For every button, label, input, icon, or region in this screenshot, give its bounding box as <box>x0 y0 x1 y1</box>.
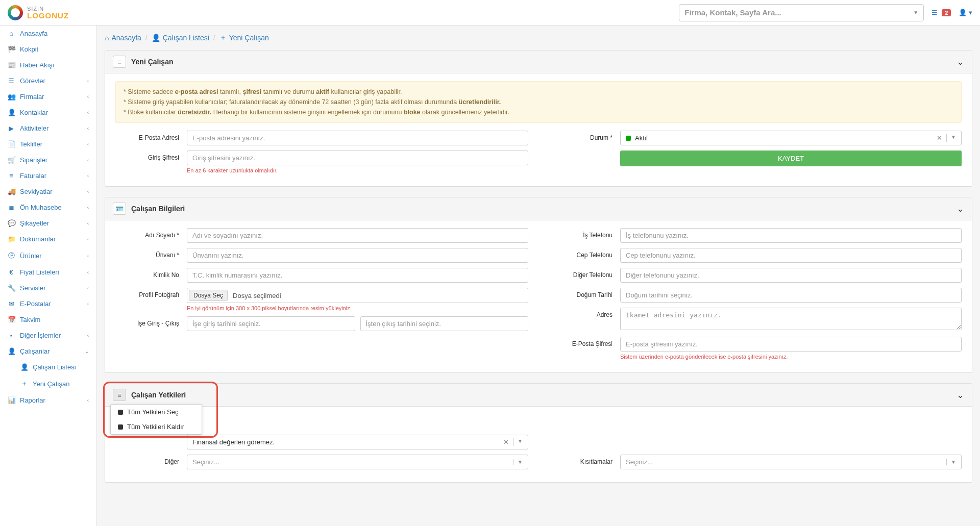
breadcrumb-sep: / <box>145 34 148 42</box>
addr-input[interactable] <box>620 308 962 330</box>
collapse-icon[interactable]: ⌄ <box>957 389 964 400</box>
sidebar-item-13[interactable]: 📁Dokümanlar‹ <box>0 231 96 247</box>
id-input[interactable] <box>187 268 528 283</box>
notification-badge[interactable]: 2 <box>942 9 951 16</box>
sidebar-item-16[interactable]: 🔧Servisler‹ <box>0 280 96 296</box>
sidebar-label: E-Postalar <box>20 300 51 308</box>
select-all-perms[interactable]: Tüm Yetkileri Seç <box>111 405 202 419</box>
sidebar-item-18[interactable]: 📅Takvim <box>0 312 96 328</box>
collapse-icon[interactable]: ⌄ <box>957 56 964 67</box>
sidebar-item-6[interactable]: ▶Aktiviteler‹ <box>0 120 96 136</box>
sidebar-icon: 👤 <box>8 109 15 116</box>
square-icon <box>118 410 123 415</box>
sidebar-item-19[interactable]: ▪Diğer İşlemler‹ <box>0 328 96 343</box>
sidebar-label: Aktiviteler <box>20 124 48 132</box>
sidebar-item-22[interactable]: ＋Yeni Çalışan <box>0 375 96 392</box>
panel-menu-button[interactable]: ≡ <box>113 56 126 68</box>
sidebar-item-17[interactable]: ✉E-Postalar‹ <box>0 296 96 312</box>
sidebar-icon: 📁 <box>8 235 15 243</box>
other-select[interactable]: Seçiniz... ▼ <box>187 455 528 469</box>
sidebar-label: Diğer İşlemler <box>20 332 61 339</box>
file-choose-button[interactable]: Dosya Seç <box>189 290 228 301</box>
search-caret-icon: ▼ <box>913 10 918 15</box>
sidebar-icon: 📅 <box>8 316 15 323</box>
name-input[interactable] <box>187 228 528 243</box>
sidebar-icon: ▶ <box>8 124 15 132</box>
panel-menu-button[interactable]: 🪪 <box>113 203 126 215</box>
sidebar-label: Haber Akışı <box>20 61 54 69</box>
sidebar-label: Çalışanlar <box>20 347 50 355</box>
sidebar-item-21[interactable]: 👤Çalışan Listesi <box>0 359 96 375</box>
password-input[interactable] <box>187 151 528 165</box>
remove-all-perms[interactable]: Tüm Yetkileri Kaldır <box>111 419 202 434</box>
chevron-icon: ‹ <box>87 110 89 115</box>
sidebar-item-20[interactable]: 👤Çalışanlar⌄ <box>0 343 96 359</box>
panel-title: Yeni Çalışan <box>131 58 173 66</box>
sidebar-item-8[interactable]: 🛒Siparişler‹ <box>0 152 96 168</box>
plus-icon: ＋ <box>219 33 227 42</box>
epass-input[interactable] <box>620 337 962 352</box>
status-dot-icon <box>626 136 631 141</box>
sidebar-label: Sevkiyatlar <box>20 188 53 195</box>
birth-label: Doğum Tarihi <box>549 288 620 298</box>
panel-title: Çalışan Bilgileri <box>131 205 185 213</box>
caret-down-icon: ▼ <box>513 459 523 465</box>
sidebar-icon: € <box>8 268 15 276</box>
logo-text-2: LOGONUZ <box>27 12 69 19</box>
breadcrumb: ⌂Anasayfa / 👤Çalışan Listesi / ＋Yeni Çal… <box>105 33 972 42</box>
caret-down-icon: ▼ <box>513 438 523 446</box>
chevron-icon: ‹ <box>87 397 89 403</box>
sidebar-item-10[interactable]: 🚚Sevkiyatlar‹ <box>0 184 96 199</box>
date-out-input[interactable] <box>360 316 529 331</box>
breadcrumb-list[interactable]: 👤Çalışan Listesi <box>152 34 209 42</box>
restrict-select[interactable]: Seçiniz... ▼ <box>620 455 962 469</box>
collapse-icon[interactable]: ⌄ <box>957 203 964 214</box>
photo-label: Profil Fotoğrafı <box>115 288 187 298</box>
sidebar-item-2[interactable]: 📰Haber Akışı <box>0 57 96 73</box>
sidebar-label: Siparişler <box>20 156 47 164</box>
chevron-icon: ⌄ <box>85 348 89 354</box>
sidebar-label: Çalışan Listesi <box>33 363 76 371</box>
sidebar-item-1[interactable]: 🏁Kokpit <box>0 41 96 57</box>
email-input[interactable] <box>187 131 528 145</box>
other-phone-input[interactable] <box>620 268 962 283</box>
sidebar-item-9[interactable]: ≡Faturalar‹ <box>0 168 96 184</box>
work-phone-input[interactable] <box>620 228 962 243</box>
panel-menu-button[interactable]: ≡ <box>113 389 126 401</box>
status-select[interactable]: Aktif ✕▼ <box>620 131 962 145</box>
sidebar-item-23[interactable]: 📊Raporlar‹ <box>0 392 96 408</box>
sidebar-item-12[interactable]: 💬Şikayetler‹ <box>0 215 96 231</box>
save-button[interactable]: KAYDET <box>620 151 962 166</box>
sidebar-item-3[interactable]: ☰Görevler‹ <box>0 73 96 89</box>
sidebar-item-15[interactable]: €Fiyat Listeleri‹ <box>0 264 96 280</box>
chevron-icon: ‹ <box>87 269 89 275</box>
sidebar-icon: ＋ <box>20 379 28 388</box>
sidebar-item-11[interactable]: ≣Ön Muhasebe‹ <box>0 199 96 215</box>
list-icon[interactable]: ☰ <box>932 9 938 16</box>
panel-permissions: ≡ Çalışan Yetkileri ⌄ Tüm Yetkileri Seç … <box>105 383 972 483</box>
sidebar-item-7[interactable]: 📄Teklifler‹ <box>0 136 96 152</box>
breadcrumb-home[interactable]: ⌂Anasayfa <box>105 34 141 42</box>
user-menu[interactable]: 👤 ▾ <box>959 9 972 16</box>
sidebar-item-4[interactable]: 👥Firmalar‹ <box>0 89 96 105</box>
sidebar-item-5[interactable]: 👤Kontaklar‹ <box>0 105 96 120</box>
sidebar-label: Anasayfa <box>20 30 47 37</box>
clear-icon[interactable]: ✕ <box>937 134 942 142</box>
sidebar-label: Ürünler <box>20 252 42 260</box>
sidebar-icon: Ⓟ <box>8 251 15 260</box>
birth-input[interactable] <box>620 288 962 303</box>
panel-new-employee: ≡ Yeni Çalışan ⌄ * Sisteme sadece e-post… <box>105 50 972 187</box>
global-search[interactable]: Firma, Kontak, Sayfa Ara... ▼ <box>679 4 924 21</box>
sidebar-icon: 👤 <box>8 347 15 355</box>
restrict-label: Kısıtlamalar <box>549 455 620 465</box>
clear-icon[interactable]: ✕ <box>503 438 509 446</box>
financial-select[interactable]: Finansal değerleri göremez. ✕▼ <box>187 435 528 449</box>
file-none-label: Dosya seçilmedi <box>233 292 281 299</box>
date-in-input[interactable] <box>187 316 355 331</box>
sidebar-item-14[interactable]: ⓅÜrünler‹ <box>0 247 96 264</box>
cell-input[interactable] <box>620 248 962 263</box>
breadcrumb-new[interactable]: ＋Yeni Çalışan <box>219 33 269 42</box>
info-alert: * Sisteme sadece e-posta adresi tanımlı,… <box>115 81 962 123</box>
title-input[interactable] <box>187 248 528 263</box>
sidebar-item-0[interactable]: ⌂Anasayfa <box>0 26 96 41</box>
